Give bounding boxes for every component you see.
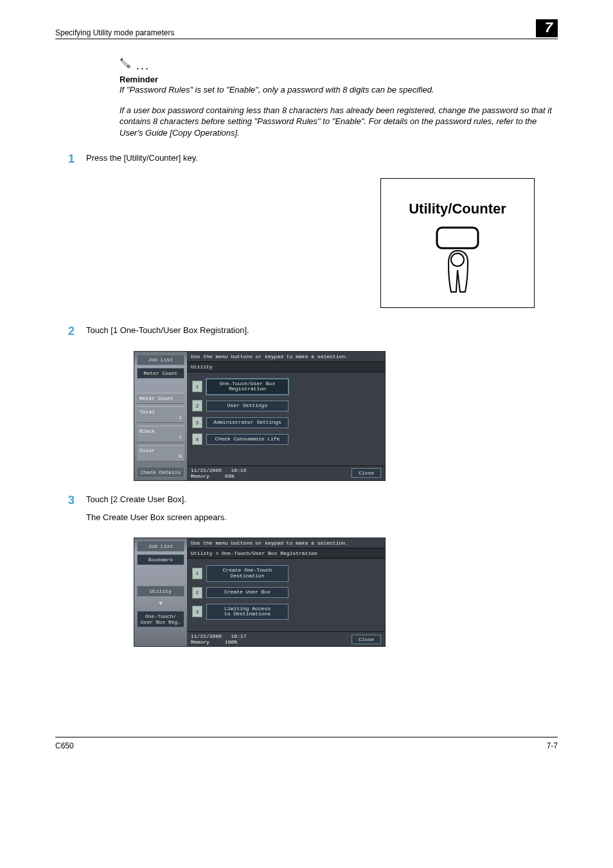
bookmark-button[interactable]: Bookmark xyxy=(137,554,184,565)
chevron-down-icon: ▼ xyxy=(137,601,184,607)
meter-black: Black 1 xyxy=(137,426,184,442)
breadcrumb: Utility xyxy=(187,361,385,372)
status-mem-value: 99% xyxy=(225,473,234,479)
step-number: 2 xyxy=(55,325,86,343)
status-time: 19:16 xyxy=(231,467,246,473)
header-title: Specifying Utility mode parameters xyxy=(55,28,174,37)
menu-num-4: 4 xyxy=(192,433,202,445)
panel-instruction: Use the menu buttons or keypad to make a… xyxy=(187,538,385,548)
step-3: 3 Touch [2 Create User Box]. The Create … xyxy=(55,494,558,530)
job-list-button[interactable]: Job List xyxy=(137,354,184,365)
status-time: 19:17 xyxy=(231,633,246,639)
menu-create-one-touch[interactable]: Create One-Touch Destination xyxy=(206,565,289,582)
reminder-p1: If "Password Rules" is set to "Enable", … xyxy=(120,84,558,96)
page-footer: C650 7-7 xyxy=(55,737,558,750)
step-text: Press the [Utility/Counter] key. xyxy=(86,152,558,164)
step-1: 1 Press the [Utility/Counter] key. xyxy=(55,152,558,170)
reminder-icon xyxy=(120,57,132,72)
reminder-heading: Reminder xyxy=(120,75,558,84)
meter-total: Total 1 xyxy=(137,406,184,423)
reminder-block: ... Reminder If "Password Rules" is set … xyxy=(120,57,558,138)
one-touch-user-box-crumb-button[interactable]: One-Touch/ User Box Reg. xyxy=(137,611,184,628)
meter-count-button[interactable]: Meter Count xyxy=(137,368,184,379)
svg-rect-0 xyxy=(437,228,478,248)
page-header: Specifying Utility mode parameters 7 xyxy=(55,19,558,39)
status-bar: 11/21/2006 19:16 Memory 99% Close xyxy=(187,466,385,480)
status-mem-value: 100% xyxy=(225,639,237,645)
menu-create-user-box[interactable]: Create User Box xyxy=(206,587,289,598)
step-2: 2 Touch [1 One-Touch/User Box Registrati… xyxy=(55,325,558,343)
menu-num-3: 3 xyxy=(192,417,202,428)
menu-admin-settings[interactable]: Administrator Settings xyxy=(206,417,289,428)
menu-num-2: 2 xyxy=(192,587,202,599)
breadcrumb: Utility > One-Touch/User Box Registratio… xyxy=(187,548,385,559)
status-date: 11/21/2006 xyxy=(191,633,222,639)
footer-left: C650 xyxy=(55,741,74,750)
step-number: 3 xyxy=(55,494,86,530)
menu-check-consumable[interactable]: Check Consumable Life xyxy=(206,434,289,445)
menu-num-1: 1 xyxy=(192,568,202,579)
status-date: 11/21/2006 xyxy=(191,467,222,473)
menu-num-2: 2 xyxy=(192,400,202,411)
close-button[interactable]: Close xyxy=(351,635,381,644)
keypress-icon xyxy=(425,225,490,296)
panel-instruction: Use the menu buttons or keypad to make a… xyxy=(187,352,385,361)
ellipsis-icon: ... xyxy=(136,59,150,73)
close-button[interactable]: Close xyxy=(351,468,381,478)
step-text: Touch [1 One-Touch/User Box Registration… xyxy=(86,325,558,336)
meter-color-value: 0 xyxy=(139,453,182,459)
meter-black-value: 1 xyxy=(139,434,182,440)
meter-black-label: Black xyxy=(139,428,182,434)
step-text: Touch [2 Create User Box]. xyxy=(86,494,558,505)
utility-screen-1: Job List Meter Count Meter Count Total 1… xyxy=(134,351,386,481)
footer-right: 7-7 xyxy=(547,741,558,750)
menu-limiting-access[interactable]: Limiting Access to Destinations xyxy=(206,604,289,620)
menu-num-1: 1 xyxy=(192,381,202,392)
menu-num-3: 3 xyxy=(192,606,202,617)
utility-screen-2: Job List Bookmark Utility ▼ One-Touch/ U… xyxy=(134,538,386,647)
meter-count-header: Meter Count xyxy=(137,393,184,404)
utility-crumb-button[interactable]: Utility xyxy=(137,586,184,597)
svg-point-1 xyxy=(451,253,464,266)
chapter-number: 7 xyxy=(536,19,558,37)
meter-total-label: Total xyxy=(139,409,182,415)
step-subtext: The Create User Box screen appears. xyxy=(86,512,558,523)
menu-user-settings[interactable]: User Settings xyxy=(206,401,289,411)
check-details-button[interactable]: Check Details xyxy=(137,467,184,478)
status-mem-label: Memory xyxy=(191,473,209,479)
job-list-button[interactable]: Job List xyxy=(137,541,184,552)
menu-one-touch-user-box[interactable]: One-Touch/User Box Registration xyxy=(206,379,289,395)
reminder-p2: If a user box password containing less t… xyxy=(120,105,558,139)
step-number: 1 xyxy=(55,152,86,170)
key-label: Utility/Counter xyxy=(409,201,506,217)
status-mem-label: Memory xyxy=(191,639,209,645)
meter-color-label: Color xyxy=(139,448,182,453)
meter-total-value: 1 xyxy=(139,415,182,420)
utility-counter-key-figure: Utility/Counter xyxy=(380,178,535,308)
status-bar: 11/21/2006 19:17 Memory 100% Close xyxy=(187,631,385,646)
meter-color: Color 0 xyxy=(137,445,184,462)
